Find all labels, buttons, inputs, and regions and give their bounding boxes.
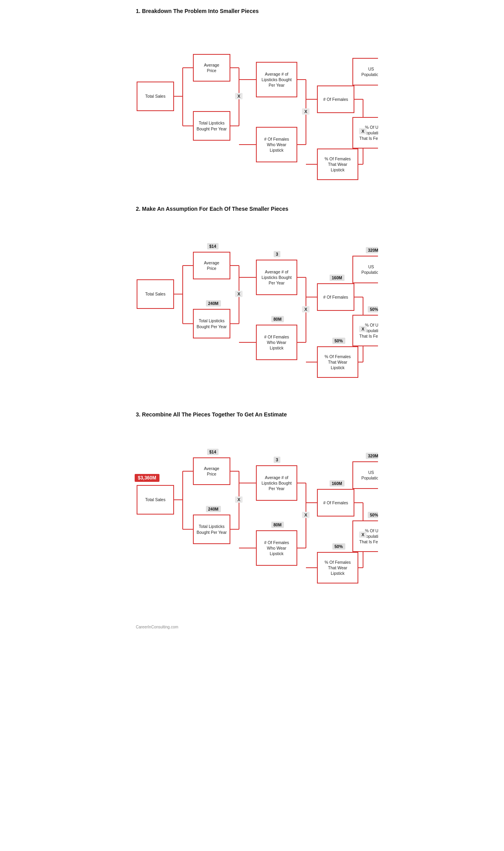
value-badge: 320M xyxy=(366,247,378,253)
tree-node: # Of FemalesWho WearLipstick xyxy=(256,530,297,566)
value-badge: 320M xyxy=(366,453,378,459)
operator-x: X xyxy=(359,128,367,134)
tree-node: Total Sales xyxy=(137,485,174,515)
value-badge: $14 xyxy=(207,243,219,249)
tree-node: Total LipsticksBought Per Year xyxy=(193,111,230,141)
tree-node: Total LipsticksBought Per Year xyxy=(193,515,230,544)
tree-node: % Of FemalesThat WearLipstick xyxy=(317,149,358,180)
operator-x: X xyxy=(235,291,243,297)
tree-node: Total Sales xyxy=(137,82,174,111)
section-title: 3. Recombine All The Pieces Together To … xyxy=(136,411,368,418)
value-badge: 3 xyxy=(274,251,281,257)
tree-node: USPopulation xyxy=(352,461,378,489)
operator-x: X xyxy=(302,512,309,518)
section-title: 1. Breakdown The Problem Into Smaller Pi… xyxy=(136,8,368,14)
tree-node: Total Sales xyxy=(137,279,174,309)
tree-node: Average # ofLipsticks BoughtPer Year xyxy=(256,62,297,97)
operator-x: X xyxy=(359,326,367,332)
tree-node: AveragePrice xyxy=(193,252,230,279)
diagram-section-3: Total SalesAveragePriceTotal LipsticksBo… xyxy=(136,424,364,613)
operator-x: X xyxy=(302,108,309,115)
tree-node: # Of FemalesWho WearLipstick xyxy=(256,325,297,360)
operator-x: X xyxy=(359,531,367,538)
tree-node: USPopulation xyxy=(352,256,378,283)
section-title: 2. Make An Assumption For Each Of These … xyxy=(136,206,368,212)
value-badge: 160M xyxy=(330,275,345,281)
tree-node: Total LipsticksBought Per Year xyxy=(193,309,230,338)
operator-x: X xyxy=(302,306,309,312)
tree-node: AveragePrice xyxy=(193,457,230,485)
value-badge: 240M xyxy=(206,506,221,512)
tree-node: # Of Females xyxy=(317,85,354,113)
tree-node: Average # ofLipsticks BoughtPer Year xyxy=(256,260,297,295)
value-badge: 50% xyxy=(368,306,378,312)
tree-node: AveragePrice xyxy=(193,54,230,82)
diagram-section-1: Total SalesAveragePriceTotal LipsticksBo… xyxy=(136,20,364,194)
value-badge: $3,360M xyxy=(135,474,159,482)
operator-x: X xyxy=(235,93,243,99)
value-badge: 3 xyxy=(274,457,281,463)
tree-node: % Of FemalesThat WearLipstick xyxy=(317,552,358,583)
diagram-section-2: Total SalesAveragePriceTotal LipsticksBo… xyxy=(136,218,364,399)
value-badge: 50% xyxy=(332,338,345,344)
footer-text: CareerInConsulting.com xyxy=(136,625,368,629)
operator-x: X xyxy=(235,496,243,503)
value-badge: 240M xyxy=(206,300,221,307)
value-badge: 80M xyxy=(271,316,284,322)
tree-node: # Of Females xyxy=(317,283,354,311)
value-badge: 80M xyxy=(271,522,284,528)
value-badge: 50% xyxy=(332,543,345,550)
tree-node: USPopulation xyxy=(352,58,378,85)
tree-node: Average # ofLipsticks BoughtPer Year xyxy=(256,465,297,501)
value-badge: $14 xyxy=(207,449,219,455)
value-badge: 50% xyxy=(368,512,378,518)
value-badge: 160M xyxy=(330,480,345,487)
tree-node: # Of FemalesWho WearLipstick xyxy=(256,127,297,162)
tree-node: % Of FemalesThat WearLipstick xyxy=(317,346,358,378)
tree-node: # Of Females xyxy=(317,489,354,517)
